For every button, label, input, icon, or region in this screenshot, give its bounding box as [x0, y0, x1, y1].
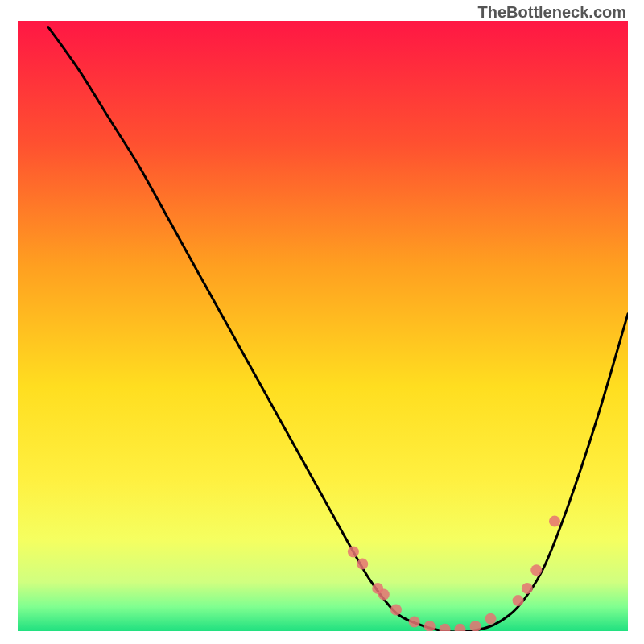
marker-point	[378, 589, 390, 601]
marker-point	[390, 605, 402, 616]
chart-plot-area	[18, 21, 628, 631]
chart-svg	[18, 21, 628, 631]
marker-point	[549, 516, 560, 527]
marker-point	[522, 583, 533, 594]
chart-background	[18, 21, 628, 631]
marker-point	[348, 547, 359, 558]
marker-point	[530, 564, 542, 576]
marker-point	[357, 559, 368, 570]
watermark-text: TheBottleneck.com	[478, 3, 626, 22]
marker-point	[485, 613, 497, 625]
marker-point	[409, 617, 420, 628]
marker-point	[513, 595, 524, 606]
